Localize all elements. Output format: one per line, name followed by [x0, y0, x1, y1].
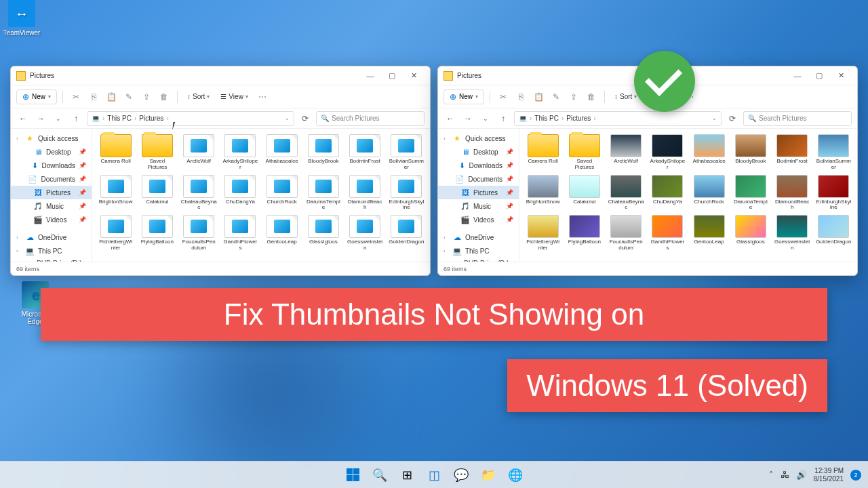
image-item[interactable]: FlyingBalloon — [565, 214, 604, 253]
image-item[interactable]: GlassIgloos — [304, 214, 342, 253]
back-button[interactable]: ← — [443, 112, 457, 125]
image-item[interactable]: DiamondBeach — [346, 174, 384, 213]
image-item[interactable]: BloodyBrook — [731, 133, 770, 172]
share-icon[interactable]: ⇪ — [139, 89, 154, 104]
folder-item[interactable]: Camera Roll — [524, 133, 562, 172]
rename-icon[interactable]: ✎ — [121, 89, 136, 104]
titlebar[interactable]: Pictures ― ▢ ✕ — [11, 66, 430, 85]
image-item[interactable]: ArcticWolf — [180, 133, 218, 172]
sidebar-item[interactable]: 📄Documents📌 — [11, 172, 92, 186]
up-button[interactable]: ↑ — [496, 112, 510, 125]
folder-item[interactable]: Saved Pictures — [138, 133, 176, 172]
image-item[interactable]: GoldenDragon — [387, 214, 426, 253]
image-item[interactable]: ChateauBeynac — [180, 174, 218, 213]
search-button[interactable]: 🔍 — [368, 463, 392, 487]
tray-chevron-icon[interactable]: ˄ — [769, 470, 774, 480]
minimize-button[interactable]: ― — [359, 68, 381, 83]
image-item[interactable]: EdinburghSkyline — [387, 174, 426, 213]
close-button[interactable]: ✕ — [403, 68, 425, 83]
refresh-button[interactable]: ⟳ — [298, 112, 312, 125]
image-item[interactable]: Athabascalce — [690, 133, 728, 172]
image-item[interactable]: ArkadyShiloper — [648, 133, 687, 172]
view-button[interactable]: ☰ View — [216, 91, 252, 102]
sidebar-item[interactable]: ›💻This PC — [438, 244, 519, 258]
start-button[interactable] — [340, 463, 365, 487]
image-item[interactable]: ChuDangYa — [221, 174, 260, 213]
image-item[interactable]: ArcticWolf — [607, 133, 646, 172]
explorer-button[interactable]: 📁 — [476, 463, 500, 487]
sidebar-item[interactable]: 🎬Videos📌 — [11, 213, 92, 226]
sidebar-item[interactable]: ›☁OneDrive — [11, 230, 92, 244]
forward-button[interactable]: → — [34, 112, 47, 125]
delete-icon[interactable]: 🗑 — [584, 89, 599, 104]
sidebar-item[interactable]: 🎬Videos📌 — [438, 213, 519, 226]
file-pane[interactable]: Camera RollSaved PicturesArcticWolfArkad… — [92, 129, 430, 262]
image-item[interactable]: ChuDangYa — [648, 174, 687, 213]
image-item[interactable]: GandhiFlowers — [648, 214, 687, 253]
sidebar-item[interactable]: 🖼Pictures📌 — [438, 186, 519, 199]
cut-icon[interactable]: ✂ — [68, 89, 83, 104]
new-button[interactable]: New ▾ — [16, 89, 57, 104]
widgets-button[interactable]: ◫ — [422, 463, 446, 487]
paste-icon[interactable]: 📋 — [531, 89, 546, 104]
sidebar-item[interactable]: 🎵Music📌 — [11, 199, 92, 213]
network-icon[interactable]: 🖧 — [781, 470, 789, 480]
image-item[interactable]: GentooLeap — [690, 214, 728, 253]
image-item[interactable]: BodminFrost — [773, 133, 812, 172]
paste-icon[interactable]: 📋 — [104, 89, 119, 104]
sidebar-item[interactable]: ⬇Downloads📌 — [438, 159, 519, 172]
image-item[interactable]: Goessweinstein — [773, 214, 812, 253]
sort-button[interactable]: ↕ Sort — [183, 91, 214, 102]
taskbar[interactable]: 🔍 ⊞ ◫ 💬 📁 🌐 ˄ 🖧 🔊 12:39 PM 8/15/2021 2 — [0, 461, 868, 488]
breadcrumb[interactable]: 💻 › This PC › Pictures › ⌄ — [514, 111, 722, 126]
recent-button[interactable]: ⌄ — [52, 112, 65, 125]
image-item[interactable]: Calakmul — [565, 174, 604, 213]
edge-button[interactable]: 🌐 — [503, 463, 528, 487]
desktop-icon-teamviewer[interactable]: ↔TeamViewer — [0, 0, 43, 37]
image-item[interactable]: FichtelbergWinter — [524, 214, 562, 253]
image-item[interactable]: BodminFrost — [346, 133, 384, 172]
search-input[interactable]: 🔍 Search Pictures — [316, 111, 425, 126]
chat-button[interactable]: 💬 — [449, 463, 473, 487]
sidebar-item[interactable]: 🎵Music📌 — [438, 199, 519, 213]
refresh-button[interactable]: ⟳ — [726, 112, 739, 125]
image-item[interactable]: Goessweinstein — [346, 214, 384, 253]
more-icon[interactable]: ⋯ — [255, 89, 270, 104]
image-item[interactable]: BrightonSnow — [524, 174, 562, 213]
notification-badge[interactable]: 2 — [850, 470, 861, 481]
folder-item[interactable]: Camera Roll — [96, 133, 135, 172]
image-item[interactable]: ChurchRock — [690, 174, 728, 213]
image-item[interactable]: BrightonSnow — [96, 174, 135, 213]
sidebar-item[interactable]: ›★Quick access — [438, 131, 519, 145]
navigation-pane[interactable]: ›★Quick access🖥Desktop📌⬇Downloads📌📄Docum… — [438, 129, 519, 262]
breadcrumb[interactable]: 💻 › This PC › Pictures › ⌄ — [87, 111, 294, 126]
sidebar-item[interactable]: 🖥Desktop📌 — [11, 145, 92, 159]
close-button[interactable]: ✕ — [830, 68, 852, 83]
taskview-button[interactable]: ⊞ — [395, 463, 419, 487]
image-item[interactable]: FoucaultsPendulum — [607, 214, 646, 253]
sidebar-item[interactable]: ›💻This PC — [11, 244, 92, 258]
sidebar-item[interactable]: ›☁OneDrive — [438, 230, 519, 244]
recent-button[interactable]: ⌄ — [479, 112, 492, 125]
cut-icon[interactable]: ✂ — [496, 89, 511, 104]
sidebar-item[interactable]: 🖼Pictures📌 — [11, 186, 92, 199]
copy-icon[interactable]: ⎘ — [513, 89, 528, 104]
volume-icon[interactable]: 🔊 — [796, 470, 807, 480]
sidebar-item[interactable]: 🖥Desktop📌 — [438, 145, 519, 159]
image-item[interactable]: Calakmul — [138, 174, 176, 213]
maximize-button[interactable]: ▢ — [381, 68, 403, 83]
image-item[interactable]: DarumaTemple — [304, 174, 342, 213]
image-item[interactable]: BloodyBrook — [304, 133, 342, 172]
system-tray[interactable]: ˄ 🖧 🔊 12:39 PM 8/15/2021 2 — [769, 467, 862, 483]
rename-icon[interactable]: ✎ — [549, 89, 564, 104]
sidebar-item[interactable]: 📄Documents📌 — [438, 172, 519, 186]
image-item[interactable]: ArkadyShiloper — [221, 133, 260, 172]
navigation-pane[interactable]: ›★Quick access🖥Desktop📌⬇Downloads📌📄Docum… — [11, 129, 92, 262]
image-item[interactable]: ChurchRock — [262, 174, 301, 213]
image-item[interactable]: DarumaTemple — [731, 174, 770, 213]
image-item[interactable]: GoldenDragon — [814, 214, 853, 253]
minimize-button[interactable]: ― — [787, 68, 808, 83]
folder-item[interactable]: Saved Pictures — [565, 133, 604, 172]
share-icon[interactable]: ⇪ — [566, 89, 581, 104]
sidebar-item[interactable]: ›★Quick access — [11, 131, 92, 145]
